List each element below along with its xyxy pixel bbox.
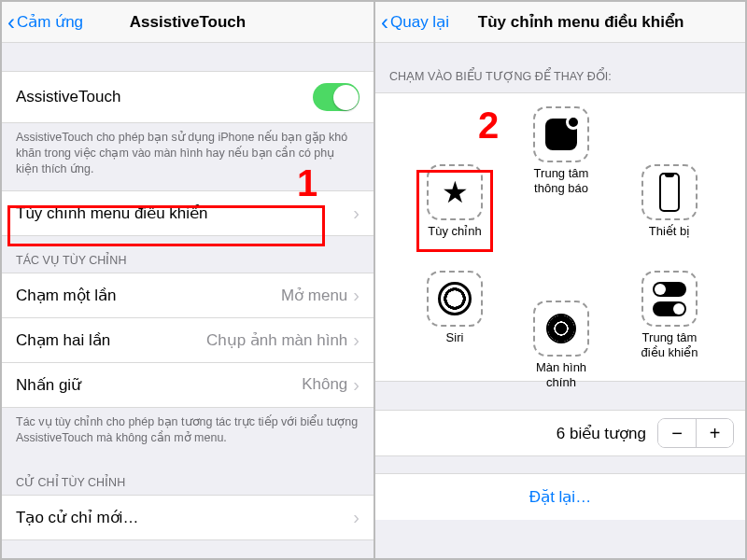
- siri-icon: [438, 282, 472, 315]
- assistivetouch-settings-pane: ‹ Cảm ứng AssistiveTouch AssistiveTouch …: [2, 2, 374, 558]
- grid-item-custom[interactable]: ★ Tùy chỉnh: [415, 164, 495, 239]
- page-title: AssistiveTouch: [130, 13, 246, 32]
- grid-item-siri[interactable]: Siri: [415, 271, 495, 345]
- new-gesture-row[interactable]: Tạo cử chỉ mới… ›: [2, 495, 374, 540]
- long-press-label: Nhấn giữ: [16, 375, 81, 395]
- chevron-left-icon: ‹: [381, 11, 388, 34]
- back-label: Cảm ứng: [17, 12, 83, 32]
- icon-grid: Trung tâmthông báo ★ Tùy chỉnh Thiết bị …: [375, 92, 745, 382]
- device-icon: [659, 173, 680, 212]
- tap-hint: CHẠM VÀO BIỂU TƯỢNG ĐỂ THAY ĐỔI:: [375, 43, 745, 89]
- control-center-icon: [653, 282, 686, 316]
- chevron-right-icon: ›: [353, 285, 359, 306]
- star-icon: ★: [442, 177, 469, 207]
- assistivetouch-toggle-row[interactable]: AssistiveTouch: [2, 71, 374, 123]
- single-tap-label: Chạm một lần: [16, 286, 116, 305]
- grid-label: Tùy chỉnh: [415, 224, 495, 239]
- chevron-left-icon: ‹: [7, 11, 15, 34]
- double-tap-value: Chụp ảnh màn hình: [206, 330, 347, 350]
- navbar-left: ‹ Cảm ứng AssistiveTouch: [2, 2, 374, 43]
- toggle-switch[interactable]: [313, 83, 359, 111]
- single-tap-row[interactable]: Chạm một lần Mở menu ›: [2, 273, 374, 318]
- toggle-label: AssistiveTouch: [16, 88, 120, 106]
- customize-menu-pane: ‹ Quay lại Tùy chỉnh menu điều khiển CHẠ…: [374, 2, 745, 558]
- grid-item-notification-center[interactable]: Trung tâmthông báo: [521, 106, 601, 195]
- page-title: Tùy chỉnh menu điều khiển: [478, 12, 684, 32]
- long-press-value: Không: [302, 375, 347, 394]
- single-tap-value: Mở menu: [281, 286, 347, 305]
- notification-center-icon: [545, 119, 577, 150]
- home-icon: [546, 314, 576, 343]
- back-label: Quay lại: [390, 12, 449, 32]
- grid-item-device[interactable]: Thiết bị: [629, 164, 710, 239]
- section-header-gesture: CỬ CHỈ TÙY CHỈNH: [2, 458, 374, 495]
- toggle-description: AssistiveTouch cho phép bạn sử dụng iPho…: [2, 123, 374, 190]
- grid-label: Trung tâmthông báo: [521, 166, 601, 195]
- reset-label: Đặt lại…: [529, 488, 591, 506]
- chevron-right-icon: ›: [353, 329, 359, 351]
- stepper-minus-button[interactable]: −: [658, 419, 696, 447]
- stepper-plus-button[interactable]: +: [696, 419, 733, 447]
- actions-footnote: Tác vụ tùy chỉnh cho phép bạn tương tác …: [2, 408, 374, 459]
- grid-label: Trung tâmđiều khiển: [629, 330, 710, 359]
- grid-label: Thiết bị: [629, 224, 710, 239]
- double-tap-label: Chạm hai lần: [16, 330, 110, 350]
- customize-label: Tùy chỉnh menu điều khiển: [16, 203, 208, 223]
- long-press-row[interactable]: Nhấn giữ Không ›: [2, 363, 374, 408]
- back-button[interactable]: ‹ Quay lại: [381, 11, 449, 34]
- icon-count-label: 6 biểu tượng: [557, 424, 646, 443]
- new-gesture-label: Tạo cử chỉ mới…: [16, 508, 138, 527]
- chevron-right-icon: ›: [353, 203, 359, 224]
- reset-button[interactable]: Đặt lại…: [375, 473, 745, 520]
- icon-count-stepper: − +: [657, 418, 734, 448]
- section-header-actions: TÁC VỤ TÙY CHỈNH: [2, 236, 374, 273]
- chevron-right-icon: ›: [353, 507, 359, 528]
- customize-menu-row[interactable]: Tùy chỉnh menu điều khiển ›: [2, 190, 374, 236]
- back-button[interactable]: ‹ Cảm ứng: [7, 11, 83, 34]
- icon-count-row: 6 biểu tượng − +: [375, 410, 745, 456]
- grid-item-home[interactable]: Màn hình chính: [521, 301, 601, 389]
- grid-item-control-center[interactable]: Trung tâmđiều khiển: [629, 271, 710, 359]
- grid-label: Màn hình chính: [521, 360, 601, 389]
- double-tap-row[interactable]: Chạm hai lần Chụp ảnh màn hình ›: [2, 318, 374, 363]
- chevron-right-icon: ›: [353, 374, 359, 396]
- navbar-right: ‹ Quay lại Tùy chỉnh menu điều khiển: [375, 2, 745, 43]
- grid-label: Siri: [415, 330, 495, 345]
